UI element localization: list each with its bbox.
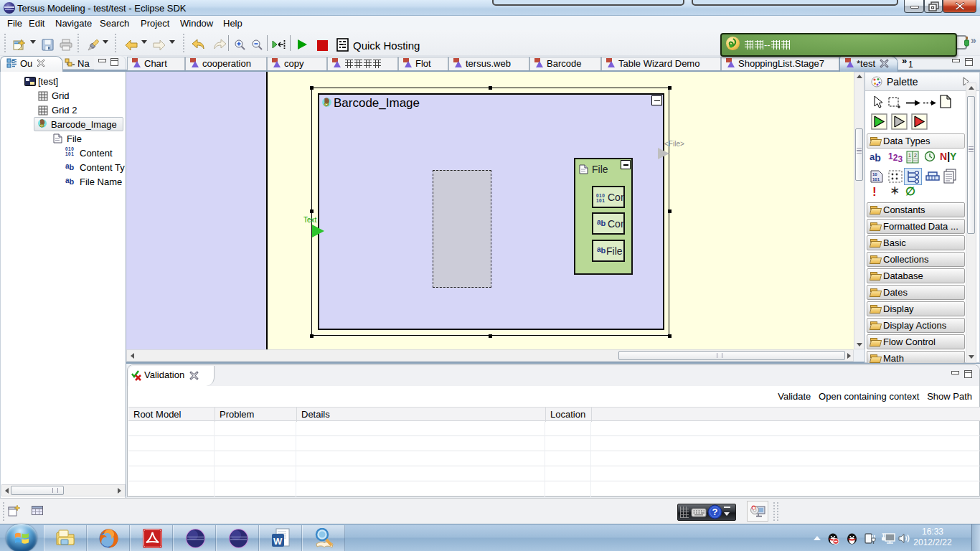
svg-text:2: 2 [914,153,917,158]
svg-text:1: 1 [908,153,911,158]
svg-text:W: W [273,536,283,547]
svg-text:10: 10 [872,172,877,176]
svg-text:?: ? [712,507,718,517]
svg-text:101: 101 [872,177,880,182]
